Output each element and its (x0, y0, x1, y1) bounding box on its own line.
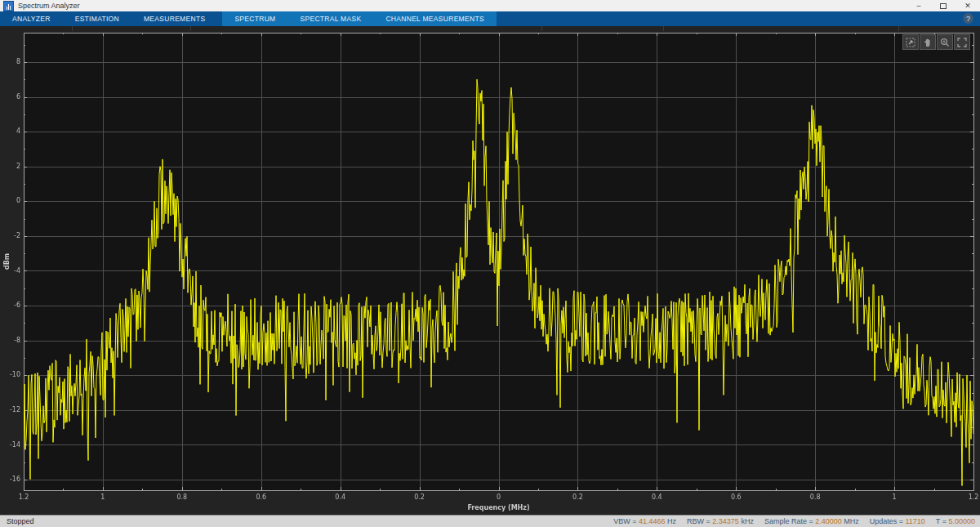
status-item: Sample Rate = 2.40000 MHz (764, 517, 859, 525)
status-state: Stopped (7, 517, 34, 525)
pan-button[interactable] (920, 34, 936, 50)
main-tab-group: ANALYZERESTIMATIONMEASUREMENTS (0, 11, 217, 26)
restore-button[interactable] (931, 0, 956, 11)
titlebar: Spectrum Analyzer – ✕ (0, 0, 980, 11)
pan-hand-icon (923, 38, 933, 47)
spectrum-plot-canvas[interactable] (0, 26, 980, 515)
status-label: RBW = (687, 517, 712, 525)
status-item: T = 5.00000 (936, 517, 975, 525)
tab-analyzer[interactable]: ANALYZER (0, 11, 63, 26)
tab-channel-measurements[interactable]: CHANNEL MEASUREMENTS (373, 11, 496, 26)
status-value: 2.40000 (815, 517, 842, 525)
status-label: Sample Rate = (764, 517, 815, 525)
status-unit: Hz (666, 517, 677, 525)
status-label: T = (936, 517, 949, 525)
status-readouts: VBW = 41.4466 HzRBW = 2.34375 kHzSample … (613, 517, 975, 525)
status-label: VBW = (613, 517, 639, 525)
zoom-in-button[interactable] (937, 34, 953, 50)
status-item: Updates = 11710 (870, 517, 925, 525)
context-tab-group: SPECTRUMSPECTRAL MASKCHANNEL MEASUREMENT… (222, 11, 496, 26)
app-icon (3, 1, 14, 11)
status-unit: kHz (739, 517, 754, 525)
restore-icon (940, 3, 947, 9)
minimize-button[interactable]: – (906, 0, 931, 11)
zoom-in-icon (940, 38, 950, 47)
window-controls: – ✕ (906, 0, 980, 11)
spectrum-analyzer-window: Spectrum Analyzer – ✕ ANALYZERESTIMATION… (0, 0, 980, 527)
tab-spectral-mask[interactable]: SPECTRAL MASK (287, 11, 373, 26)
status-unit: MHz (842, 517, 859, 525)
fit-to-view-button[interactable] (954, 34, 970, 50)
status-item: VBW = 41.4466 Hz (613, 517, 676, 525)
plot-area (0, 26, 980, 515)
statusbar: Stopped VBW = 41.4466 HzRBW = 2.34375 kH… (0, 515, 980, 527)
status-label: Updates = (870, 517, 906, 525)
zoom-region-button[interactable] (902, 34, 919, 50)
fit-to-view-icon (957, 38, 967, 47)
status-value: 11710 (906, 517, 925, 525)
window-title: Spectrum Analyzer (18, 2, 80, 10)
tab-estimation[interactable]: ESTIMATION (63, 11, 131, 26)
status-item: RBW = 2.34375 kHz (687, 517, 754, 525)
toolstrip: ANALYZERESTIMATIONMEASUREMENTS SPECTRUMS… (0, 11, 980, 26)
help-button[interactable]: ? (963, 13, 973, 24)
status-value: 5.00000 (948, 517, 975, 525)
tab-measurements[interactable]: MEASUREMENTS (131, 11, 217, 26)
zoom-region-icon (906, 38, 915, 47)
close-button[interactable]: ✕ (956, 0, 980, 11)
status-value: 41.4466 (639, 517, 666, 525)
plot-toolbar (902, 34, 970, 50)
tab-spectrum[interactable]: SPECTRUM (222, 11, 287, 26)
status-value: 2.34375 (712, 517, 739, 525)
